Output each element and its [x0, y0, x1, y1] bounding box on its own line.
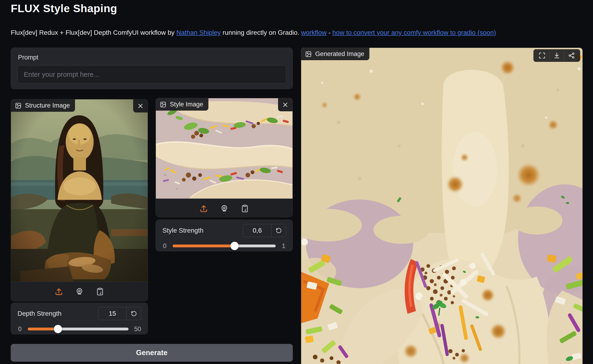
- structure-image-label: Structure Image: [25, 102, 70, 109]
- subtitle: Flux[dev] Redux + Flux[dev] Depth ComfyU…: [11, 29, 496, 36]
- download-button[interactable]: [550, 50, 564, 61]
- style-strength-max: 1: [281, 242, 286, 250]
- clipboard-image-icon: [95, 287, 104, 296]
- image-icon: [305, 51, 312, 58]
- depth-strength-number-group: [98, 307, 141, 320]
- webcam-button[interactable]: [73, 286, 86, 298]
- structure-image[interactable]: Structure Image: [11, 99, 148, 282]
- app: FLUX Style Shaping Flux[dev] Redux + Flu…: [0, 0, 593, 364]
- style-strength-panel: Style Strength 0 1: [156, 220, 293, 251]
- paste-image-button[interactable]: [238, 203, 252, 214]
- style-strength-number-group: [243, 224, 286, 237]
- structure-close-button[interactable]: [133, 99, 148, 112]
- style-image-chip: Style Image: [156, 98, 209, 110]
- style-strength-input[interactable]: [243, 224, 271, 237]
- style-close-button[interactable]: [278, 98, 293, 111]
- slider-handle[interactable]: [54, 325, 62, 333]
- reset-icon: [131, 311, 137, 317]
- upload-button[interactable]: [52, 286, 66, 298]
- style-image-label: Style Image: [170, 101, 203, 108]
- style-strength-label: Style Strength: [162, 227, 203, 234]
- clipboard-image-icon: [240, 204, 249, 213]
- style-source-toolbar: [156, 199, 293, 217]
- share-button[interactable]: [564, 50, 579, 61]
- close-icon: [282, 102, 289, 108]
- fullscreen-button[interactable]: [535, 50, 549, 61]
- generated-image[interactable]: Generated Image: [301, 48, 582, 364]
- slider-fill: [28, 328, 58, 330]
- mona-lisa-image: [11, 99, 148, 282]
- structure-source-toolbar: [11, 282, 148, 301]
- generated-taco-monalisa-image: [301, 48, 582, 364]
- generated-image-label: Generated Image: [315, 50, 364, 58]
- generated-image-toolbar: [533, 49, 580, 62]
- image-icon: [160, 101, 167, 108]
- generate-button[interactable]: Generate: [11, 344, 293, 362]
- generated-image-chip: Generated Image: [301, 48, 369, 60]
- upload-button[interactable]: [197, 203, 210, 214]
- workflow-link[interactable]: workflow: [301, 29, 327, 36]
- style-image-panel: Style Image: [156, 98, 293, 217]
- upload-icon: [199, 204, 208, 213]
- subtitle-text-2: running directly on Gradio.: [221, 29, 301, 36]
- prompt-label: Prompt: [18, 54, 286, 61]
- style-image[interactable]: Style Image: [156, 98, 293, 199]
- depth-strength-input[interactable]: [98, 307, 126, 320]
- subtitle-text-1: Flux[dev] Redux + Flux[dev] Depth ComfyU…: [11, 29, 176, 36]
- generated-image-panel: Generated Image: [301, 48, 583, 364]
- depth-strength-reset-button[interactable]: [126, 307, 141, 320]
- style-strength-reset-button[interactable]: [271, 224, 286, 237]
- structure-image-chip: Structure Image: [11, 99, 75, 112]
- reset-icon: [276, 228, 282, 234]
- image-icon: [15, 102, 22, 109]
- style-strength-slider[interactable]: [173, 242, 276, 250]
- prompt-panel: Prompt: [11, 48, 293, 89]
- howto-link[interactable]: how to convert your any comfy workflow t…: [332, 29, 496, 36]
- tacos-image: [156, 98, 293, 199]
- depth-strength-label: Depth Strength: [18, 310, 61, 317]
- download-icon: [553, 52, 560, 59]
- structure-image-panel: Structure Image: [11, 99, 148, 301]
- slider-fill: [173, 245, 235, 247]
- paste-image-button[interactable]: [93, 286, 107, 298]
- depth-strength-slider[interactable]: [28, 325, 128, 333]
- prompt-input[interactable]: [18, 65, 286, 84]
- depth-strength-max: 50: [134, 325, 141, 333]
- depth-strength-panel: Depth Strength 0 50: [11, 303, 148, 334]
- webcam-icon: [75, 287, 84, 296]
- fullscreen-icon: [539, 52, 546, 59]
- webcam-button[interactable]: [217, 203, 231, 214]
- page-title: FLUX Style Shaping: [11, 2, 117, 15]
- author-link[interactable]: Nathan Shipley: [176, 29, 221, 36]
- upload-icon: [54, 287, 63, 296]
- subtitle-separator: -: [327, 29, 332, 36]
- style-strength-min: 0: [162, 242, 167, 250]
- share-icon: [568, 52, 575, 59]
- slider-handle[interactable]: [230, 242, 239, 250]
- webcam-icon: [220, 204, 229, 213]
- close-icon: [137, 103, 144, 109]
- depth-strength-min: 0: [18, 325, 22, 333]
